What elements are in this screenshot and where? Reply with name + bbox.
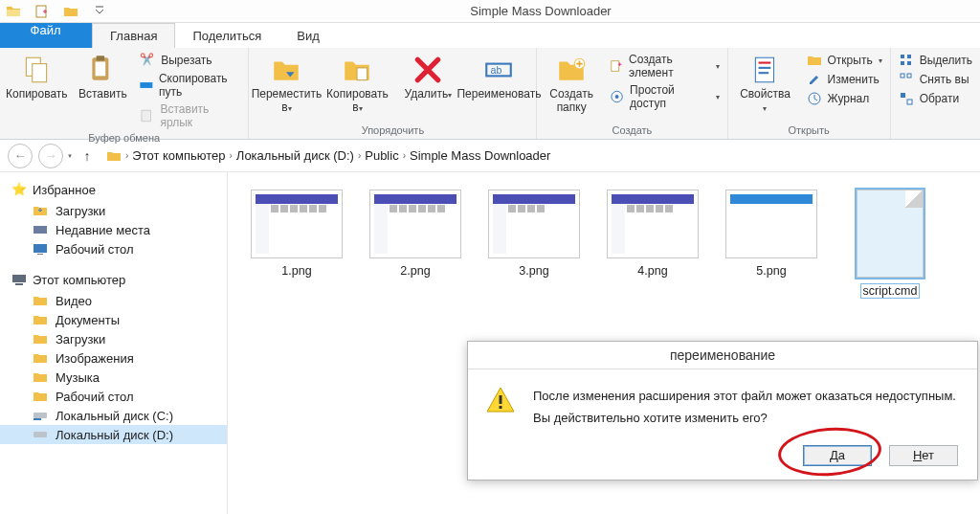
folder-icon: [33, 312, 48, 327]
svg-rect-24: [901, 74, 904, 78]
new-item-button[interactable]: Создать элемент ▾: [608, 52, 722, 80]
svg-rect-30: [37, 254, 43, 255]
properties-icon: [749, 54, 782, 86]
cut-button[interactable]: ✂️Вырезать: [138, 52, 242, 69]
edit-button[interactable]: Изменить: [805, 71, 884, 88]
file-item[interactable]: 3.png: [488, 190, 580, 299]
history-button[interactable]: Журнал: [805, 90, 884, 107]
easy-access-button[interactable]: Простой доступ ▾: [608, 82, 722, 111]
svg-rect-26: [901, 93, 905, 98]
file-item-selected[interactable]: script.cmd: [844, 190, 936, 299]
ribbon-group-select: Выделить Снять вы Обрати: [891, 48, 980, 139]
yes-button[interactable]: Да: [803, 445, 872, 466]
forward-button[interactable]: →: [38, 144, 63, 168]
tab-view[interactable]: Вид: [279, 23, 338, 48]
sidebar-item-disk-c[interactable]: Локальный диск (C:): [0, 406, 227, 425]
select-none-button[interactable]: Снять вы: [897, 71, 974, 88]
paste-shortcut-button: Вставить ярлык: [138, 101, 242, 130]
new-item-icon: [610, 58, 623, 74]
copy-button[interactable]: Копировать: [6, 52, 68, 101]
properties-button[interactable]: Свойства▾: [734, 52, 797, 115]
sidebar-item-recent[interactable]: Недавние места: [0, 220, 227, 239]
delete-button[interactable]: Удалить▾: [396, 52, 459, 101]
sidebar-computer-header[interactable]: Этот компьютер: [0, 270, 227, 291]
svg-rect-20: [901, 55, 904, 58]
window-title: Simple Mass Downloader: [107, 4, 974, 18]
tab-home[interactable]: Главная: [92, 23, 175, 48]
sidebar-item-music[interactable]: Музыка: [0, 368, 227, 387]
ribbon-group-organize: Переместить в▾ Копировать в▾ Удалить▾ ab…: [249, 48, 537, 139]
svg-rect-6: [141, 82, 152, 87]
copy-path-button[interactable]: Скопировать путь: [138, 71, 242, 100]
sidebar-item-disk-d[interactable]: Локальный диск (D:): [0, 425, 227, 444]
scissors-icon: ✂️: [140, 53, 155, 68]
folder-icon: [33, 369, 48, 385]
ribbon-group-open: Свойства▾ Открыть ▾ Изменить Журнал Откр…: [728, 48, 891, 139]
desktop-icon: [33, 241, 48, 257]
copy-icon: [20, 54, 53, 86]
disk-icon: [33, 408, 48, 423]
paste-button[interactable]: Вставить: [76, 52, 131, 101]
svg-rect-21: [907, 55, 911, 58]
downloads-icon: [33, 203, 48, 218]
path-icon: [140, 78, 153, 93]
sidebar-item-pictures[interactable]: Изображения: [0, 348, 227, 368]
svg-rect-18: [758, 72, 768, 74]
sidebar-item-documents[interactable]: Документы: [0, 310, 227, 329]
folder-icon: [33, 350, 48, 366]
folder-icon: [6, 4, 21, 19]
dialog-message-1: После изменения расширения этот файл мож…: [533, 385, 956, 407]
folder-small-icon[interactable]: [63, 4, 78, 19]
sidebar-item-downloads2[interactable]: Загрузки: [0, 329, 227, 348]
file-item[interactable]: 1.png: [251, 190, 343, 299]
new-folder-icon[interactable]: [34, 4, 50, 19]
sidebar-item-downloads[interactable]: Загрузки: [0, 201, 227, 220]
svg-rect-33: [33, 413, 47, 418]
shortcut-icon: [140, 108, 154, 123]
sidebar: ⭐Избранное Загрузки Недавние места Рабоч…: [0, 172, 228, 514]
svg-rect-32: [15, 283, 23, 285]
document-icon: [857, 190, 924, 278]
file-item[interactable]: 5.png: [725, 190, 817, 299]
history-dropdown[interactable]: ▼: [67, 153, 73, 159]
file-item[interactable]: 2.png: [369, 190, 461, 299]
no-button[interactable]: Нет: [889, 445, 958, 466]
new-folder-button[interactable]: Создать папку: [543, 52, 600, 115]
edit-icon: [807, 72, 822, 87]
sidebar-item-videos[interactable]: Видео: [0, 291, 227, 310]
svg-rect-28: [33, 226, 47, 234]
copy-to-button[interactable]: Копировать в▾: [325, 52, 389, 115]
sidebar-item-desktop[interactable]: Рабочий стол: [0, 239, 227, 258]
disk-icon: [33, 427, 48, 442]
rename-button[interactable]: ab Переименовать: [467, 52, 530, 101]
qat-dropdown-icon[interactable]: [92, 4, 107, 19]
crumb-current: Simple Mass Downloader: [410, 148, 550, 163]
tab-file[interactable]: Файл: [0, 23, 92, 48]
breadcrumbs[interactable]: › Этот компьютер› Локальный диск (D:)› P…: [101, 145, 972, 168]
select-none-icon: [899, 72, 914, 87]
back-button[interactable]: ←: [8, 144, 33, 168]
tab-share[interactable]: Поделиться: [175, 23, 279, 48]
folder-icon: [33, 331, 48, 346]
move-to-button[interactable]: Переместить в▾: [255, 52, 318, 115]
select-all-button[interactable]: Выделить: [897, 52, 974, 69]
folder-icon: [33, 293, 48, 308]
paste-icon: [86, 54, 119, 86]
ribbon-tabs: Файл Главная Поделиться Вид: [0, 23, 980, 48]
open-button[interactable]: Открыть ▾: [805, 52, 884, 69]
file-item[interactable]: 4.png: [607, 190, 699, 299]
svg-rect-27: [907, 100, 912, 104]
crumb-public: Public›: [365, 148, 406, 163]
sidebar-item-desktop2[interactable]: Рабочий стол: [0, 387, 227, 406]
move-to-icon: [270, 54, 302, 86]
invert-selection-button[interactable]: Обрати: [897, 90, 974, 107]
svg-rect-31: [12, 275, 26, 282]
history-icon: [807, 91, 822, 106]
svg-rect-7: [142, 110, 151, 121]
open-icon: [807, 53, 822, 68]
svg-rect-37: [500, 406, 502, 409]
sidebar-favorites-header[interactable]: ⭐Избранное: [0, 180, 227, 201]
up-button[interactable]: ↑: [78, 147, 96, 165]
svg-rect-15: [755, 57, 773, 82]
folder-icon: [33, 389, 48, 404]
